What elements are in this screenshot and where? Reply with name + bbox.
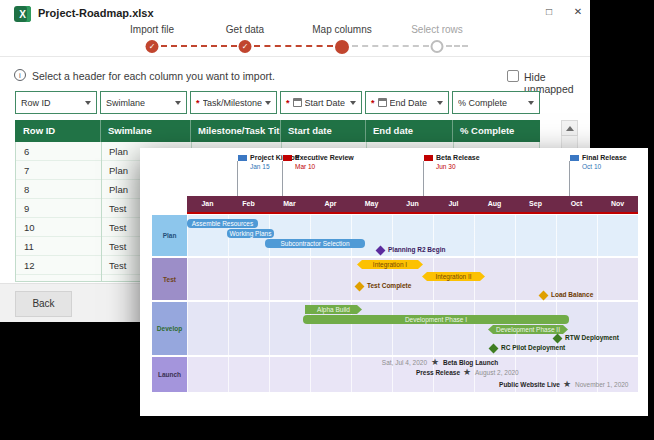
table-header: Row ID Swimlane Milestone/Task Title Sta… [15, 120, 540, 142]
month-label: Jun [392, 196, 433, 212]
divider [190, 120, 191, 142]
month-label: Aug [474, 196, 515, 212]
column-mapping-dropdown-swimlane[interactable]: Swimlane [100, 91, 187, 114]
month-label: Jan [187, 196, 228, 212]
column-header: Start date [280, 120, 365, 142]
info-text: Select a header for each column you want… [32, 70, 275, 82]
event-date: Sat, Jul 4, 2020 [382, 359, 427, 366]
chevron-down-icon [437, 101, 443, 105]
close-button[interactable]: ✕ [565, 3, 591, 21]
dropdown-label: End Date [390, 98, 428, 108]
milestone-label: Load Balance [551, 291, 593, 298]
column-mapping-dropdown-percent-complete[interactable]: % Complete [452, 91, 540, 114]
month-label: Apr [310, 196, 351, 212]
month-label: Mar [269, 196, 310, 212]
required-marker: * [286, 98, 290, 108]
cell-row-id: 11 [16, 237, 34, 256]
swimlane-label-test: Test [152, 258, 187, 300]
stepper-connector [352, 45, 429, 47]
timeline-milestone-date: Jun 30 [436, 163, 456, 170]
stepper-connector [161, 45, 237, 47]
step-current-dot[interactable] [335, 40, 349, 54]
stepper-connector [446, 45, 468, 47]
milestone-label: Planning R2 Begin [388, 246, 445, 253]
required-marker: * [371, 98, 375, 108]
cell-row-id: 7 [16, 161, 29, 180]
info-icon: i [14, 69, 26, 81]
chevron-down-icon [175, 101, 181, 105]
divider [101, 142, 102, 282]
task-bar: Integration II [422, 272, 485, 281]
cell-swimlane: Test [101, 199, 126, 218]
month-label: Sep [515, 196, 556, 212]
step-import-file[interactable]: Import file [130, 24, 174, 35]
column-header: Milestone/Task Title [190, 120, 280, 142]
month-label: May [351, 196, 392, 212]
column-header: Swimlane [100, 120, 190, 142]
step-done-icon[interactable]: ✓ [239, 40, 252, 53]
task-bar: Development Phase I [303, 315, 569, 324]
dropdown-label: Task/Milestone Title [203, 98, 262, 108]
swimlane-label-launch: Launch [152, 357, 187, 392]
chevron-down-icon [85, 101, 91, 105]
cell-row-id: 10 [16, 218, 35, 237]
column-mapping-dropdown-end-date[interactable]: * End Date [365, 91, 449, 114]
flag-pole [423, 161, 424, 196]
scrollbar-up-button[interactable] [561, 120, 578, 136]
dropdown-label: Start Date [305, 98, 346, 108]
cell-swimlane: Plan [101, 161, 128, 180]
month-label: Feb [228, 196, 269, 212]
chevron-down-icon [350, 101, 356, 105]
timeline-milestone-name: Final Release [582, 154, 627, 161]
flag-icon [283, 155, 292, 161]
cell-row-id: 9 [16, 199, 29, 218]
swimlane-label-plan: Plan [152, 215, 187, 256]
swimlane-label-develop: Develop [152, 302, 187, 355]
divider [365, 120, 366, 142]
month-label: Oct [556, 196, 597, 212]
cell-swimlane: Test [101, 237, 126, 256]
column-mapping-dropdown-row-id[interactable]: Row ID [15, 91, 97, 114]
cell-row-id: 6 [16, 142, 29, 161]
month-label: Jul [433, 196, 474, 212]
back-button[interactable]: Back [15, 291, 72, 317]
column-mapping-dropdown-title[interactable]: * Task/Milestone Title [190, 91, 277, 114]
step-map-columns[interactable]: Map columns [312, 24, 371, 35]
star-icon: ★ [463, 368, 471, 377]
hide-unmapped-checkbox[interactable] [507, 70, 519, 82]
task-bar: Development Phase II [488, 325, 568, 334]
maximize-button[interactable]: □ [536, 3, 562, 21]
cell-swimlane: Test [101, 256, 126, 275]
timeline-milestone-name: Beta Release [436, 154, 480, 161]
month-label: Nov [597, 196, 638, 212]
step-done-icon[interactable]: ✓ [146, 40, 159, 53]
flag-pole [569, 161, 570, 196]
column-mapping-dropdown-start-date[interactable]: * Start Date [280, 91, 362, 114]
excel-icon: X [14, 6, 31, 22]
roadmap-preview-window: Project Kickoff Jan 15 Executive Review … [140, 148, 648, 416]
step-upcoming-dot[interactable] [431, 40, 444, 53]
window-title: Project-Roadmap.xlsx [38, 7, 154, 19]
milestone-label: RC Pilot Deployment [501, 344, 565, 351]
chevron-down-icon [528, 101, 534, 105]
divider [280, 120, 281, 142]
flag-pole [237, 161, 238, 196]
event-date: August 2, 2020 [475, 369, 519, 376]
event-name: Press Release [416, 369, 460, 376]
swimlane-develop [187, 302, 638, 355]
task-bar: Alpha Build [305, 305, 362, 314]
dropdown-label: Row ID [21, 98, 51, 108]
event-name: Public Website Live [499, 381, 560, 388]
task-bar: Subcontractor Selection [265, 239, 365, 248]
cell-swimlane: Plan [101, 142, 128, 161]
task-bar: Working Plans [227, 229, 274, 238]
step-get-data[interactable]: Get data [226, 24, 264, 35]
flag-pole [282, 161, 283, 196]
star-icon: ★ [563, 380, 571, 389]
calendar-icon [293, 98, 302, 107]
timeline-milestone-date: Oct 10 [582, 163, 601, 170]
task-bar: Integration I [357, 260, 423, 269]
step-select-rows[interactable]: Select rows [411, 24, 463, 35]
event-date: November 1, 2020 [575, 381, 628, 388]
dropdown-label: Swimlane [106, 98, 145, 108]
